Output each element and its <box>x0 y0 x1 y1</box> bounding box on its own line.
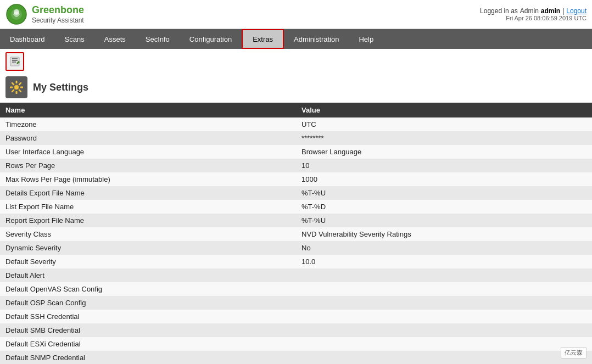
greenbone-logo-icon <box>5 3 27 25</box>
watermark: 亿云森 <box>561 347 587 359</box>
settings-table: Name Value TimezoneUTCPassword********Us… <box>0 103 592 364</box>
table-row: Default ESXi Credential <box>0 337 592 351</box>
table-row: User Interface LanguageBrowser Language <box>0 145 592 159</box>
separator: | <box>562 7 564 15</box>
setting-name: Password <box>0 131 296 145</box>
setting-value: UTC <box>296 117 592 131</box>
table-row: TimezoneUTC <box>0 117 592 131</box>
setting-value <box>296 268 592 282</box>
table-row: Default OpenVAS Scan Config <box>0 282 592 296</box>
setting-name: Max Rows Per Page (immutable) <box>0 172 296 186</box>
nav-item-administration[interactable]: Administration <box>284 29 349 49</box>
setting-name: Default Severity <box>0 255 296 268</box>
logo-area: Greenbone Security Assistant <box>5 3 84 25</box>
setting-name: Default SSH Credential <box>0 310 296 323</box>
setting-value: %T-%U <box>296 214 592 227</box>
setting-name: Default SNMP Credential <box>0 351 296 364</box>
svg-line-16 <box>12 90 14 92</box>
table-row: Default Alert <box>0 268 592 282</box>
table-row: Details Export File Name%T-%U <box>0 186 592 200</box>
content-area: Name Value TimezoneUTCPassword********Us… <box>0 103 592 364</box>
nav-item-scans[interactable]: Scans <box>55 29 94 49</box>
setting-name: User Interface Language <box>0 145 296 159</box>
table-row: Rows Per Page10 <box>0 159 592 172</box>
user-info-line: Logged in as Admin admin | Logout <box>480 7 587 15</box>
svg-rect-11 <box>10 87 13 88</box>
table-row: List Export File Name%T-%D <box>0 200 592 214</box>
datetime: Fri Apr 26 08:06:59 2019 UTC <box>480 15 587 21</box>
setting-value <box>296 310 592 323</box>
icon-toolbar <box>0 49 592 74</box>
table-row: Severity ClassNVD Vulnerability Severity… <box>0 227 592 241</box>
username[interactable]: admin <box>541 7 560 15</box>
header-right: Logged in as Admin admin | Logout Fri Ap… <box>480 7 587 21</box>
svg-rect-12 <box>20 87 23 88</box>
page-title-area: My Settings <box>0 74 592 103</box>
nav-item-assets[interactable]: Assets <box>94 29 136 49</box>
settings-icon <box>9 80 24 95</box>
logo-text: Greenbone Security Assistant <box>32 4 84 24</box>
setting-value: ******** <box>296 131 592 145</box>
table-row: Default OSP Scan Config <box>0 296 592 310</box>
page-title: My Settings <box>33 82 88 93</box>
setting-value: Browser Language <box>296 145 592 159</box>
svg-rect-10 <box>16 91 18 94</box>
nav-item-dashboard[interactable]: Dashboard <box>0 29 55 49</box>
setting-value <box>296 296 592 310</box>
table-row: Default SNMP Credential <box>0 351 592 364</box>
setting-name: Default ESXi Credential <box>0 337 296 351</box>
setting-value: %T-%U <box>296 186 592 200</box>
setting-value: 10.0 <box>296 255 592 268</box>
svg-point-8 <box>14 85 19 89</box>
col-value-header: Value <box>296 103 592 117</box>
setting-value: No <box>296 241 592 255</box>
navbar: DashboardScansAssetsSecInfoConfiguration… <box>0 29 592 49</box>
table-row: Report Export File Name%T-%U <box>0 214 592 227</box>
table-row: Max Rows Per Page (immutable)1000 <box>0 172 592 186</box>
setting-name: Dynamic Severity <box>0 241 296 255</box>
setting-name: Details Export File Name <box>0 186 296 200</box>
setting-value <box>296 337 592 351</box>
setting-name: Report Export File Name <box>0 214 296 227</box>
logout-link[interactable]: Logout <box>566 7 587 15</box>
table-row: Default SSH Credential <box>0 310 592 323</box>
table-row: Default Severity10.0 <box>0 255 592 268</box>
setting-name: Default OSP Scan Config <box>0 296 296 310</box>
logo-greenbone: Greenbone <box>32 4 84 16</box>
table-header-row: Name Value <box>0 103 592 117</box>
nav-item-help[interactable]: Help <box>349 29 383 49</box>
table-row: Default SMB Credential <box>0 323 592 337</box>
setting-name: Severity Class <box>0 227 296 241</box>
setting-value: %T-%D <box>296 200 592 214</box>
setting-name: Default SMB Credential <box>0 323 296 337</box>
setting-value: NVD Vulnerability Severity Ratings <box>296 227 592 241</box>
svg-line-15 <box>19 83 21 85</box>
logo-subtitle: Security Assistant <box>32 16 84 24</box>
svg-line-14 <box>19 90 21 92</box>
svg-line-13 <box>12 83 14 85</box>
svg-point-2 <box>14 9 19 15</box>
header: Greenbone Security Assistant Logged in a… <box>0 0 592 29</box>
setting-name: Default Alert <box>0 268 296 282</box>
nav-item-secinfo[interactable]: SecInfo <box>136 29 180 49</box>
table-row: Dynamic SeverityNo <box>0 241 592 255</box>
col-name-header: Name <box>0 103 296 117</box>
setting-value: 1000 <box>296 172 592 186</box>
table-row: Password******** <box>0 131 592 145</box>
setting-value <box>296 323 592 337</box>
logged-in-label: Logged in as <box>480 7 518 15</box>
edit-icon <box>9 56 20 67</box>
setting-value: 10 <box>296 159 592 172</box>
setting-value <box>296 282 592 296</box>
nav-item-extras[interactable]: Extras <box>242 29 284 49</box>
svg-rect-9 <box>16 81 18 83</box>
setting-name: Timezone <box>0 117 296 131</box>
setting-name: Default OpenVAS Scan Config <box>0 282 296 296</box>
edit-settings-button[interactable] <box>5 52 24 71</box>
nav-item-configuration[interactable]: Configuration <box>180 29 242 49</box>
page-icon <box>5 76 27 98</box>
user-role: Admin <box>520 7 539 15</box>
setting-value <box>296 351 592 364</box>
setting-name: List Export File Name <box>0 200 296 214</box>
setting-name: Rows Per Page <box>0 159 296 172</box>
